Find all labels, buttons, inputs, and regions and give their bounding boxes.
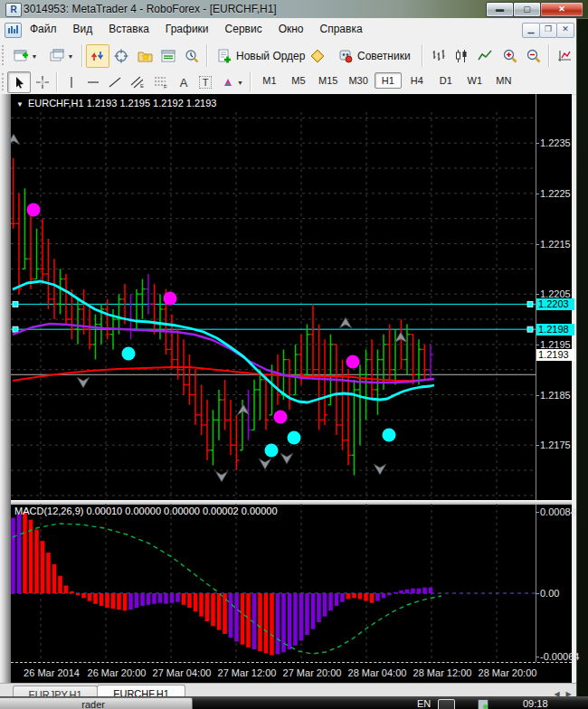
- timeframe-m30-button[interactable]: M30: [344, 72, 372, 89]
- cyan-signal-dot: [122, 347, 136, 361]
- svg-text:F: F: [164, 84, 167, 90]
- metaeditor-button[interactable]: [305, 44, 330, 68]
- chart-close-button[interactable]: ✕: [556, 23, 574, 38]
- zoom-in-button[interactable]: [498, 44, 522, 68]
- toolbar-separator: [81, 44, 83, 67]
- macd-bar: [182, 593, 186, 605]
- hline-handle[interactable]: [13, 326, 18, 332]
- strategy-tester-button[interactable]: [180, 44, 204, 68]
- window-maximize-button[interactable]: ▢: [513, 2, 541, 17]
- macd-bar: [58, 576, 62, 593]
- time-axis[interactable]: 26 Mar 201426 Mar 20:0027 Mar 04:0027 Ma…: [11, 662, 572, 684]
- macd-bar: [23, 512, 27, 593]
- hline-handle[interactable]: [527, 301, 533, 307]
- macd-bar: [288, 593, 292, 649]
- macd-bar: [293, 593, 298, 646]
- new-order-label: Новый Ордер: [236, 50, 305, 62]
- macd-bar: [70, 591, 74, 593]
- macd-bar: [340, 593, 345, 602]
- menu-item-4[interactable]: Графики: [157, 18, 217, 40]
- terminal-button[interactable]: [156, 44, 180, 68]
- price-tick: [536, 395, 539, 396]
- window-minimize-button[interactable]: ▬: [486, 2, 514, 17]
- indicators-button[interactable]: [553, 44, 576, 68]
- new-order-icon: [217, 49, 232, 63]
- bar-chart-button[interactable]: [426, 44, 450, 68]
- arrows-tool-button[interactable]: ▼: [217, 71, 248, 93]
- hline-handle[interactable]: [527, 326, 533, 332]
- new-chart-button[interactable]: ▼: [7, 44, 43, 68]
- ma-purple-line[interactable]: [13, 324, 434, 383]
- horizontal-line-button[interactable]: [82, 71, 104, 93]
- text-label-tool-button[interactable]: T: [194, 71, 216, 93]
- ma-cyan-line[interactable]: [13, 281, 434, 402]
- windows-taskbar: rader EN 09:18: [0, 696, 588, 709]
- down-arrow-marker: [374, 464, 386, 475]
- window-left-border: [0, 94, 11, 683]
- timeframe-w1-button[interactable]: W1: [461, 72, 488, 89]
- macd-bar: [158, 593, 163, 603]
- timeframe-mn-button[interactable]: MN: [490, 72, 517, 89]
- equidistant-channel-button[interactable]: E: [126, 71, 149, 93]
- down-arrow-marker: [259, 458, 271, 469]
- data-window-button[interactable]: [109, 44, 133, 68]
- language-indicator[interactable]: EN: [417, 698, 431, 709]
- main-price-chart[interactable]: [11, 94, 536, 500]
- timeframe-m15-button[interactable]: M15: [314, 72, 342, 89]
- line-chart-button[interactable]: [473, 44, 497, 68]
- keyboard-icon[interactable]: [438, 699, 455, 709]
- timeframe-m5-button[interactable]: M5: [285, 72, 312, 89]
- hline-handle[interactable]: [13, 301, 18, 307]
- macd-bar: [11, 518, 15, 593]
- menu-item-1[interactable]: Файл: [22, 18, 65, 40]
- chart-restore-button[interactable]: ❐: [539, 23, 557, 38]
- macd-bar: [205, 593, 210, 621]
- navigator-button[interactable]: [133, 44, 156, 68]
- crosshair-button[interactable]: [31, 71, 54, 93]
- chart-window-icon[interactable]: [5, 23, 22, 38]
- candlestick-chart-button[interactable]: [450, 44, 473, 68]
- timeframe-d1-button[interactable]: D1: [432, 72, 460, 89]
- timeframe-h4-button[interactable]: H4: [403, 72, 431, 89]
- macd-indicator-chart[interactable]: [11, 504, 536, 662]
- macd-bar: [352, 593, 356, 598]
- expert-advisors-button[interactable]: Советники: [332, 44, 417, 68]
- market-watch-button[interactable]: [86, 44, 109, 68]
- menu-item-7[interactable]: Справка: [312, 18, 371, 40]
- macd-bar: [194, 593, 198, 611]
- macd-bar: [382, 593, 386, 598]
- text-label-icon: T: [199, 76, 213, 89]
- price-badge-1.2203: 1.2203: [536, 298, 574, 310]
- down-arrow-marker: [77, 377, 90, 388]
- price-label: 1.2235: [540, 137, 576, 148]
- price-badge-1.2198: 1.2198: [536, 324, 574, 336]
- ohlc-text: EURCHF,H1 1.2193 1.2195 1.2192 1.2193: [28, 98, 217, 109]
- vertical-line-button[interactable]: [61, 71, 82, 93]
- fibonacci-button[interactable]: F: [149, 71, 173, 93]
- timeframe-m1-button[interactable]: M1: [256, 72, 283, 89]
- profiles-button[interactable]: ▼: [43, 44, 80, 68]
- timeframe-h1-button[interactable]: H1: [375, 72, 402, 89]
- macd-bar: [229, 593, 233, 638]
- text-tool-button[interactable]: A: [173, 71, 194, 93]
- menu-item-6[interactable]: Окно: [270, 18, 312, 40]
- taskbar-app-button[interactable]: rader: [0, 697, 193, 709]
- zoom-out-button[interactable]: [522, 44, 545, 68]
- menu-item-2[interactable]: Вид: [65, 18, 101, 40]
- menu-bar: ФайлВидВставкаГрафикиСервисОкноСправка ▁…: [0, 18, 576, 43]
- trendline-button[interactable]: [104, 71, 126, 93]
- price-tick: [536, 194, 539, 194]
- menu-item-3[interactable]: Вставка: [100, 18, 157, 40]
- macd-bar: [311, 593, 316, 629]
- taskbar-clock[interactable]: 09:18: [523, 698, 548, 709]
- title-bar[interactable]: R 3014953: MetaTrader 4 - RoboForex - [E…: [0, 0, 588, 19]
- cursor-button[interactable]: [7, 71, 31, 93]
- chart-minimize-button[interactable]: ▁: [522, 23, 540, 38]
- symbol-collapse-icon[interactable]: ▼: [16, 100, 24, 109]
- new-order-button[interactable]: Новый Ордер: [211, 44, 311, 68]
- menu-item-5[interactable]: Сервис: [217, 18, 270, 40]
- macd-bar: [364, 593, 368, 601]
- toolbar-separator: [422, 44, 423, 67]
- window-close-button[interactable]: ✕: [540, 2, 583, 17]
- tray-status-dot: [483, 704, 488, 709]
